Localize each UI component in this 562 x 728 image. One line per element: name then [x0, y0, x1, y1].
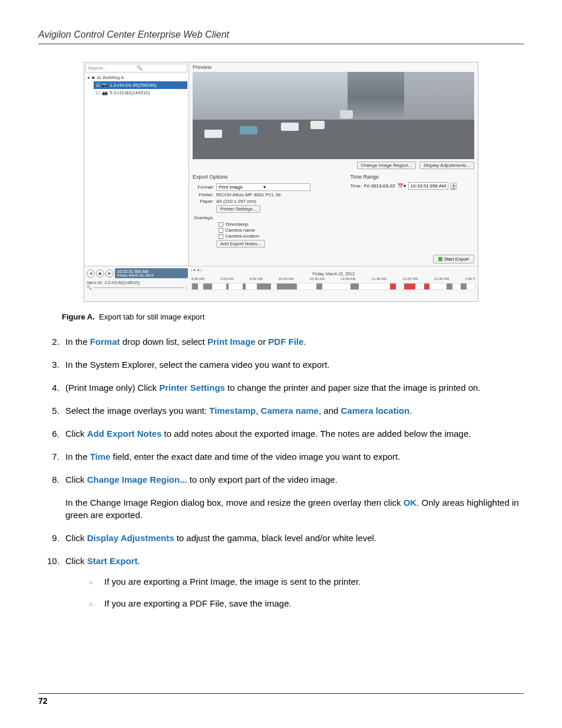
preview-image — [193, 72, 474, 159]
step-9: Click Display Adjustments to adjust the … — [62, 532, 524, 544]
kw-start-export: Start Export — [87, 556, 138, 566]
timeline-time-badge: 10:33:51 856 AM Friday, March 22, 2013 — [115, 268, 188, 278]
step-5: Select the image overlays you want: Time… — [62, 404, 524, 417]
search-icon[interactable]: 🔍 — [137, 65, 186, 71]
kw-camera-location: Camera location — [340, 406, 409, 416]
start-export-button[interactable]: Start Export — [433, 255, 474, 263]
add-export-notes-button[interactable]: Add Export Notes... — [216, 240, 265, 248]
system-explorer-panel: Search... 🔍 ▸■🗂 Building A ☑📷 1.0-H3-D1-… — [84, 62, 189, 266]
tree-root[interactable]: ▸■🗂 Building A — [85, 74, 187, 81]
step-2: In the Format drop down list, select Pri… — [62, 335, 524, 348]
figure-caption: Figure A. Export tab for still image exp… — [62, 312, 524, 321]
kw-timestamp: Timestamp — [209, 406, 256, 416]
tree-item[interactable]: ☐📷 5.0-H3-B2(144515) — [94, 89, 187, 97]
step-4: (Print Image only) Click Printer Setting… — [62, 381, 524, 394]
paper-value: A4 (210 x 297 mm) — [216, 199, 344, 204]
kw-format: Format — [90, 337, 120, 347]
figure-screenshot: Search... 🔍 ▸■🗂 Building A ☑📷 1.0-H3-D1-… — [84, 62, 478, 302]
timeline-zoom-slider[interactable]: 🔍○ — [87, 285, 188, 290]
time-label: Time: — [350, 183, 362, 189]
preview-label: Preview — [189, 62, 478, 72]
step-6: Click Add Export Notes to add notes abou… — [62, 427, 524, 440]
start-export-icon — [438, 257, 442, 261]
timeline-prev-button[interactable]: ◄ — [87, 269, 95, 278]
timeline-hours: 8:30 AM9:00 AM9:30 AM10:00 AM10:30 AM11:… — [191, 276, 475, 282]
overlay-camera-name-checkbox[interactable]: Camera name — [219, 228, 344, 233]
step-10-sub-2: If you are exporting a PDF File, save th… — [89, 597, 524, 610]
timeline[interactable]: ◄ ▶ ► 10:33:51 856 AM Friday, March 22, … — [84, 266, 478, 301]
page-number: 72 — [38, 693, 524, 706]
kw-printer-settings: Printer Settings — [159, 383, 225, 393]
kw-pdf-file: PDF File — [268, 337, 303, 347]
kw-change-image-region: Change Image Region... — [87, 475, 187, 485]
paper-label: Paper: — [193, 199, 216, 204]
overlay-camera-location-checkbox[interactable]: Camera location — [219, 233, 344, 239]
chevron-down-icon: ▾ — [263, 185, 308, 190]
overlays-label: Overlays: — [193, 215, 216, 220]
tree-item-selected[interactable]: ☑📷 1.0-H3-D1-IR(256246) — [94, 81, 187, 89]
printer-settings-button[interactable]: Printer Settings... — [216, 205, 260, 213]
format-dropdown[interactable]: Print Image▾ — [216, 183, 310, 191]
kw-display-adjustments: Display Adjustments — [87, 533, 174, 543]
timeline-date-heading: Friday, March 22, 2013 — [191, 272, 475, 276]
time-date-value: Fri 2013-03-22 — [364, 183, 395, 189]
search-placeholder: Search... — [88, 65, 137, 71]
calendar-icon[interactable]: 📅▾ — [398, 183, 406, 189]
step-7: In the Time field, enter the exact date … — [62, 450, 524, 463]
display-adjustments-button[interactable]: Display Adjustments... — [419, 162, 474, 169]
change-image-region-button[interactable]: Change Image Region... — [357, 162, 416, 169]
printer-value: RICOH Aficio MP 4001 PCL 5e — [216, 192, 344, 197]
kw-print-image: Print Image — [207, 337, 256, 347]
time-field[interactable]: 10:33:51:856 AM — [408, 182, 449, 190]
time-range-heading: Time Range — [350, 173, 474, 182]
step-3: In the System Explorer, select the camer… — [62, 358, 524, 371]
overlay-timestamp-checkbox[interactable]: Timestamp — [219, 222, 344, 227]
kw-camera-name: Camera name — [261, 406, 319, 416]
step-8: Click Change Image Region... to only exp… — [62, 473, 524, 521]
kw-add-export-notes: Add Export Notes — [87, 429, 162, 439]
timeline-next-button[interactable]: ► — [105, 269, 114, 278]
timeline-play-button[interactable]: ▶ — [96, 269, 104, 278]
export-options-heading: Export Options — [193, 173, 344, 182]
timeline-jump-end[interactable]: ►| — [197, 268, 202, 272]
kw-ok: OK — [404, 498, 417, 508]
kw-time: Time — [90, 452, 111, 462]
search-input[interactable]: Search... 🔍 — [85, 64, 187, 73]
timeline-camera-label: Van's #1: 2.0-H3-B2(148515) — [87, 280, 188, 285]
timeline-track[interactable] — [191, 283, 475, 290]
page-header: Avigilon Control Center Enterprise Web C… — [38, 29, 524, 44]
device-tree[interactable]: ▸■🗂 Building A ☑📷 1.0-H3-D1-IR(256246) ☐… — [85, 74, 187, 265]
time-spinner[interactable]: ▴▾ — [451, 183, 457, 190]
printer-label: Printer: — [193, 192, 216, 197]
timeline-jump-start[interactable]: |◄ — [191, 268, 196, 272]
instruction-list: In the Format drop down list, select Pri… — [62, 335, 524, 610]
step-10: Click Start Export. If you are exporting… — [62, 555, 524, 610]
step-10-sub-1: If you are exporting a Print Image, the … — [89, 575, 524, 588]
format-label: Format: — [193, 185, 216, 190]
